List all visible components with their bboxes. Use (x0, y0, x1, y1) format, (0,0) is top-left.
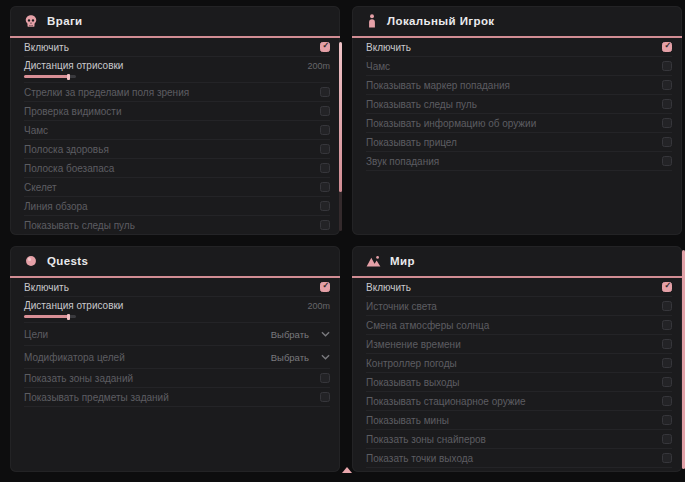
checkbox[interactable] (662, 282, 672, 292)
row-label: Чамс (24, 125, 48, 136)
panel-title: Локальный Игрок (387, 15, 495, 27)
checkbox[interactable] (662, 434, 672, 444)
settings-row: Скелет (24, 178, 330, 197)
panel-enemies-header: Враги (10, 6, 340, 38)
checkbox[interactable] (320, 163, 330, 173)
row-label: Модификатора целей (24, 352, 125, 363)
checkbox[interactable] (320, 106, 330, 116)
row-label: Скелет (24, 182, 57, 193)
mountain-icon (366, 255, 381, 268)
checkbox[interactable] (320, 87, 330, 97)
panel-world-header: Мир (352, 246, 682, 278)
checkbox[interactable] (320, 392, 330, 402)
settings-row: Стрелки за пределами поля зрения (24, 83, 330, 102)
checkbox[interactable] (662, 118, 672, 128)
row-label: Показывать стационарное оружие (366, 396, 526, 407)
row-label: Полоска здоровья (24, 144, 109, 155)
settings-row: Чамс (366, 57, 672, 76)
row-label: Показывать следы пуль (366, 99, 477, 110)
panel-local-player-header: Локальный Игрок (352, 6, 682, 38)
checkbox[interactable] (662, 377, 672, 387)
settings-row: Включить (24, 38, 330, 57)
checkbox[interactable] (662, 453, 672, 463)
settings-row: Показать точки выхода (366, 449, 672, 468)
checkbox[interactable] (320, 42, 330, 52)
checkbox[interactable] (662, 320, 672, 330)
row-label: Показать точки выхода (366, 453, 473, 464)
row-label: Смена атмосферы солнца (366, 320, 489, 331)
settings-row: Смена атмосферы солнца (366, 316, 672, 335)
checkbox[interactable] (320, 182, 330, 192)
checkbox[interactable] (662, 396, 672, 406)
checkbox[interactable] (662, 415, 672, 425)
settings-row: Показывать выходы (366, 373, 672, 392)
checkbox[interactable] (662, 156, 672, 166)
checkbox[interactable] (662, 61, 672, 71)
settings-row: ЦелиВыбрать (24, 323, 330, 346)
checkbox[interactable] (320, 201, 330, 211)
panel-title: Quests (47, 255, 88, 267)
row-label: Источник света (366, 301, 437, 312)
row-label: Чамс (366, 61, 390, 72)
row-label: Проверка видимости (24, 106, 122, 117)
checkbox[interactable] (662, 42, 672, 52)
panel-title: Враги (47, 15, 83, 27)
row-label: Дистанция отрисовки (24, 60, 123, 71)
render-distance-slider[interactable] (24, 75, 76, 78)
row-label: Включить (24, 42, 69, 53)
checkbox[interactable] (320, 373, 330, 383)
row-label: Звук попадания (366, 156, 439, 167)
panel-quests-header: Quests (10, 246, 340, 278)
settings-row: Показывать мины (366, 411, 672, 430)
row-label: Полоска боезапаса (24, 163, 114, 174)
checkbox[interactable] (320, 125, 330, 135)
panel-quests: Quests ВключитьДистанция отрисовки200mЦе… (10, 246, 340, 472)
panel-title: Мир (390, 255, 415, 267)
scrollbar-track[interactable] (339, 42, 342, 231)
row-label: Цели (24, 329, 48, 340)
pink-triangle-indicator (342, 467, 352, 473)
row-label: Показывать выходы (366, 377, 459, 388)
settings-row: Показать зоны снайперов (366, 430, 672, 449)
settings-row: Дистанция отрисовки200m (24, 297, 330, 323)
settings-row: Полоска здоровья (24, 140, 330, 159)
settings-row: Включить (366, 38, 672, 57)
dropdown[interactable]: Выбрать (271, 352, 330, 363)
chevron-down-icon (321, 331, 330, 337)
skull-icon (24, 14, 38, 28)
row-label: Включить (366, 42, 411, 53)
settings-row: Источник света (366, 297, 672, 316)
checkbox[interactable] (662, 137, 672, 147)
settings-row: Показать зоны заданий (24, 369, 330, 388)
settings-row: Показывать следы пуль (24, 216, 330, 235)
row-label: Показать зоны снайперов (366, 434, 486, 445)
checkbox[interactable] (662, 358, 672, 368)
checkbox[interactable] (662, 301, 672, 311)
row-label: Показывать маркер попадания (366, 80, 510, 91)
row-label: Линия обзора (24, 201, 88, 212)
row-label: Показывать прицел (366, 137, 457, 148)
chevron-down-icon (321, 354, 330, 360)
row-label: Показать зоны заданий (24, 373, 133, 384)
settings-row: Показывать информацию об оружии (366, 114, 672, 133)
render-distance-slider[interactable] (24, 315, 76, 318)
checkbox[interactable] (662, 339, 672, 349)
settings-row: Линия обзора (24, 197, 330, 216)
checkbox[interactable] (320, 220, 330, 230)
settings-row: Включить (366, 278, 672, 297)
settings-row: Показывать предметы заданий (24, 388, 330, 407)
checkbox[interactable] (662, 80, 672, 90)
slider-value: 200m (307, 301, 330, 311)
checkbox[interactable] (320, 144, 330, 154)
person-icon (366, 14, 378, 28)
settings-row: Звук попадания (366, 152, 672, 171)
checkbox[interactable] (662, 99, 672, 109)
scrollbar-thumb[interactable] (339, 42, 342, 192)
panel-enemies: Враги ВключитьДистанция отрисовки200mСтр… (10, 6, 340, 235)
checkbox[interactable] (320, 282, 330, 292)
settings-row: Проверка видимости (24, 102, 330, 121)
settings-row: Контроллер погоды (366, 354, 672, 373)
row-label: Включить (24, 282, 69, 293)
panel-rows: ВключитьЧамсПоказывать маркер попаданияП… (352, 38, 682, 171)
dropdown[interactable]: Выбрать (271, 329, 330, 340)
